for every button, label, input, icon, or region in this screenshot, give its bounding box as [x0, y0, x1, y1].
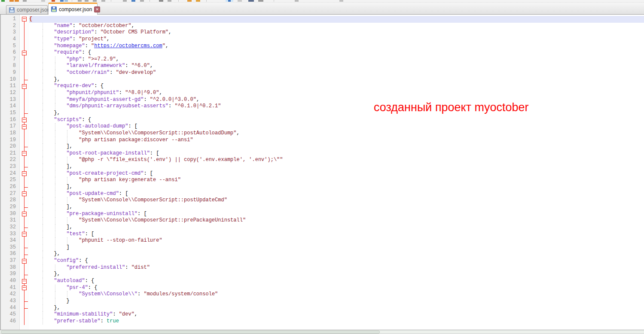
toolbar-button-fragment[interactable] [1, 0, 5, 2]
code-line[interactable]: "require-dev": { [29, 83, 644, 90]
code-line[interactable]: "scripts": { [29, 117, 644, 124]
scrollbar-thumb[interactable] [1, 331, 380, 334]
code-line[interactable]: "preferred-install": "dist" [29, 264, 644, 271]
toolbar-button-fragment[interactable] [196, 0, 200, 2]
code-line[interactable]: ] [29, 244, 644, 251]
toolbar-button-fragment[interactable] [187, 0, 192, 2]
toolbar-button-fragment[interactable] [23, 0, 27, 2]
code-line[interactable]: "psr-4": { [29, 285, 644, 291]
code-line[interactable]: "test": [ [29, 231, 644, 238]
code-line[interactable]: }, [29, 76, 644, 83]
code-line[interactable]: "php": ">=7.2.9", [29, 56, 644, 63]
code-line[interactable]: "require": { [29, 49, 644, 56]
code-line[interactable]: "phpunit --stop-on-failure" [29, 237, 644, 244]
fold-collapse-icon[interactable] [22, 84, 27, 89]
toolbar-button-fragment[interactable] [78, 0, 82, 2]
toolbar-button-fragment[interactable] [258, 0, 263, 2]
toolbar-button-fragment[interactable] [93, 0, 97, 2]
toolbar-button-fragment[interactable] [238, 0, 242, 2]
code-line[interactable]: ], [29, 184, 644, 191]
close-tab-icon[interactable]: ✕ [94, 6, 100, 12]
code-line[interactable]: "autoload": { [29, 278, 644, 285]
toolbar-button-fragment[interactable] [206, 0, 207, 2]
indent-guide [55, 150, 55, 157]
horizontal-scrollbar[interactable] [0, 330, 644, 334]
code-line[interactable]: "type": "project", [29, 36, 644, 43]
code-line[interactable]: "laravel/framework": "^6.0", [29, 63, 644, 70]
code-line[interactable]: }, [29, 271, 644, 278]
hyperlink-url[interactable]: https://octobercms.com [94, 43, 162, 49]
tab-composer-json-active[interactable]: composer.json ✕ [48, 3, 98, 15]
fold-collapse-icon[interactable] [22, 259, 27, 264]
code-line[interactable]: "minimum-stability": "dev", [29, 311, 644, 318]
toolbar-button-fragment[interactable] [15, 0, 19, 2]
toolbar-button-fragment[interactable] [72, 0, 72, 2]
code-line[interactable]: "dms/phpunit-arraysubset-asserts": "^0.1… [29, 103, 644, 110]
code-line[interactable]: ], [29, 224, 644, 231]
code-line[interactable]: "System\\Console\\": "modules/system/con… [29, 291, 644, 298]
code-line[interactable]: "phpunit/phpunit": "^8.0|^9.0", [29, 90, 644, 97]
code-line[interactable]: "System\\Console\\ComposerScript::prePac… [29, 217, 644, 224]
code-line[interactable]: "config": { [29, 258, 644, 264]
code-line[interactable]: "php artisan key:generate --ansi" [29, 177, 644, 184]
fold-collapse-icon[interactable] [22, 285, 27, 290]
code-line[interactable]: "pre-package-uninstall": [ [29, 211, 644, 218]
fold-collapse-icon[interactable] [22, 191, 27, 196]
code-line[interactable]: ], [29, 204, 644, 211]
code-editor[interactable]: 1234567891011121314151617181920212223242… [0, 15, 644, 331]
toolbar-button-fragment[interactable] [111, 0, 111, 2]
toolbar-button-fragment[interactable] [41, 0, 45, 2]
code-line-current[interactable]: { [29, 16, 644, 23]
code-line[interactable]: "post-root-package-install": [ [29, 150, 644, 157]
toolbar-button-fragment[interactable] [64, 0, 68, 2]
fold-collapse-icon[interactable] [22, 151, 27, 156]
toolbar-button-fragment[interactable] [52, 0, 55, 2]
toolbar-button-fragment[interactable] [9, 0, 14, 2]
fold-collapse-icon[interactable] [22, 17, 27, 21]
fold-collapse-icon[interactable] [22, 279, 27, 284]
toolbar-button-fragment[interactable] [85, 0, 89, 2]
code-line[interactable]: }, [29, 305, 644, 312]
code-line[interactable]: "name": "october/october", [29, 23, 644, 30]
toolbar-button-fragment[interactable] [101, 0, 105, 2]
fold-collapse-icon[interactable] [22, 232, 27, 237]
code-line[interactable]: ], [29, 164, 644, 170]
toolbar-button-fragment[interactable] [60, 0, 64, 2]
code-token: }, [29, 305, 60, 311]
fold-collapse-icon[interactable] [22, 171, 27, 176]
code-line[interactable]: ], [29, 143, 644, 150]
code-line[interactable]: "meyfa/phpunit-assert-gd": "^2.0.0|^3.0.… [29, 97, 644, 103]
code-line[interactable]: "System\\Console\\ComposerScript::postAu… [29, 130, 644, 137]
fold-collapse-icon[interactable] [22, 51, 27, 55]
toolbar-button-fragment[interactable] [178, 0, 179, 2]
toolbar-button-fragment[interactable] [339, 0, 343, 2]
toolbar-button-fragment[interactable] [295, 0, 299, 2]
code-line[interactable]: "description": "October CMS Platform", [29, 29, 644, 36]
toolbar-button-fragment[interactable] [159, 0, 163, 2]
toolbar-button-fragment[interactable] [131, 0, 135, 2]
code-line[interactable]: }, [29, 251, 644, 258]
toolbar-button-fragment[interactable] [123, 0, 127, 2]
tab-composer-json-inactive[interactable]: composer.json ✕ [6, 5, 48, 14]
code-line[interactable]: "php artisan package:discover --ansi" [29, 137, 644, 144]
toolbar-button-fragment[interactable] [168, 0, 171, 2]
code-line[interactable]: "homepage": "https://octobercms.com", [29, 43, 644, 50]
code-line[interactable]: "post-autoload-dump": [ [29, 123, 644, 130]
code-line[interactable]: } [29, 298, 644, 305]
code-line[interactable]: }, [29, 110, 644, 117]
fold-collapse-icon[interactable] [22, 124, 27, 129]
code-line[interactable]: "post-update-cmd": [ [29, 191, 644, 197]
code-line[interactable]: "System\\Console\\ComposerScript::postUp… [29, 197, 644, 204]
code-line[interactable]: "prefer-stable": true [29, 318, 644, 325]
toolbar-button-fragment[interactable] [274, 0, 274, 2]
toolbar-button-fragment[interactable] [228, 0, 231, 2]
code-line[interactable]: "@php -r \"file_exists('.env') || copy('… [29, 157, 644, 164]
code-lines[interactable]: { "name": "october/october", "descriptio… [29, 15, 644, 331]
code-line[interactable]: "post-create-project-cmd": [ [29, 170, 644, 177]
code-line[interactable]: "october/rain": "dev-develop" [29, 70, 644, 76]
toolbar-button-fragment[interactable] [248, 0, 254, 2]
fold-collapse-icon[interactable] [22, 212, 27, 216]
toolbar-button-fragment[interactable] [140, 0, 144, 2]
toolbar-button-fragment[interactable] [150, 0, 150, 2]
fold-collapse-icon[interactable] [22, 118, 27, 122]
